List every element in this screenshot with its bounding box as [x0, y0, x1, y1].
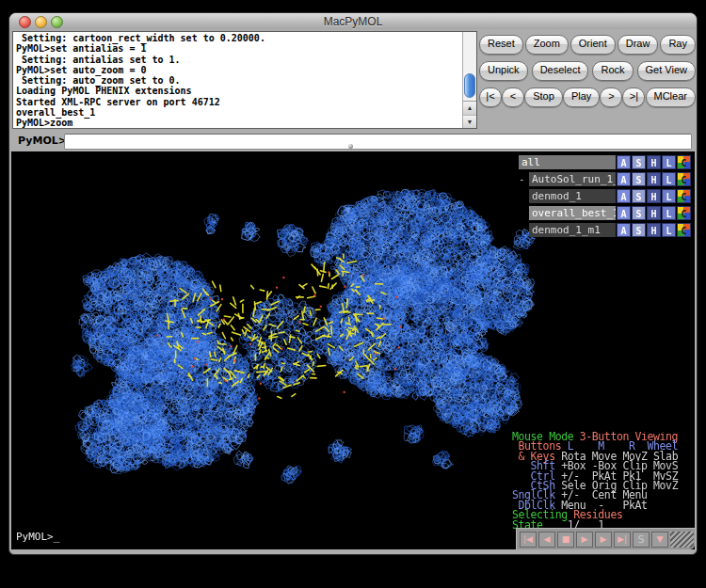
upper-panel: Setting: cartoon_rect_width set to 0.200…: [9, 29, 697, 151]
getview-button[interactable]: Get View: [637, 61, 696, 81]
l-menu-button[interactable]: L: [662, 155, 676, 169]
scrollbar-thumb[interactable]: [464, 73, 475, 98]
title-bar[interactable]: MacPyMOL: [9, 13, 697, 30]
resize-grip[interactable]: [670, 532, 694, 548]
mouse-mode-panel[interactable]: Mouse Mode 3-Button Viewing Buttons L M …: [512, 432, 691, 530]
console-line: Loading PyMOL PHENIX extensions: [16, 86, 473, 96]
a-menu-button[interactable]: A: [617, 206, 631, 220]
s-menu-button[interactable]: S: [632, 155, 646, 169]
object-name-overall_best_1[interactable]: overall_best_1: [529, 206, 616, 220]
object-row-denmod_1_m1: denmod_1_m1ASHLC: [519, 222, 691, 238]
object-row-overall_best_1: overall_best_1ASHLC: [519, 205, 691, 221]
prompt-label: PyMOL>: [18, 135, 67, 147]
nav-button[interactable]: >|: [622, 87, 645, 107]
object-name-all[interactable]: all: [519, 155, 616, 169]
object-row-denmod_1: denmod_1ASHLC: [519, 188, 691, 204]
a-menu-button[interactable]: A: [617, 223, 631, 237]
stop-button[interactable]: Stop: [524, 87, 563, 107]
unpick-button[interactable]: Unpick: [479, 61, 528, 81]
s-menu-button[interactable]: S: [632, 206, 646, 220]
scene-button[interactable]: S: [633, 532, 650, 548]
object-name-denmod_1_m1[interactable]: denmod_1_m1: [529, 223, 616, 237]
a-menu-button[interactable]: A: [617, 189, 631, 203]
console-line: Setting: auto_zoom set to 0.: [16, 75, 473, 86]
mclear-button[interactable]: MClear: [646, 87, 696, 107]
ray-button[interactable]: Ray: [660, 35, 696, 55]
console-line: Setting: antialias set to 1.: [16, 55, 473, 65]
orient-button[interactable]: Orient: [570, 35, 616, 55]
play-button[interactable]: Play: [563, 87, 600, 107]
h-menu-button[interactable]: H: [647, 189, 661, 203]
object-name-denmod_1[interactable]: denmod_1: [529, 189, 616, 203]
skip-end-button[interactable]: ▶|: [614, 532, 631, 548]
h-menu-button[interactable]: H: [647, 206, 661, 220]
rock-button[interactable]: Rock: [592, 61, 633, 81]
draw-button[interactable]: Draw: [618, 35, 659, 55]
viewport-prompt: PyMOL>_: [16, 531, 59, 543]
nav-button[interactable]: |<: [479, 87, 502, 107]
macpymol-window: MacPyMOL Setting: cartoon_rect_width set…: [8, 12, 698, 555]
play-button[interactable]: ▶: [576, 532, 593, 548]
l-menu-button[interactable]: L: [662, 189, 676, 203]
menu-down-button[interactable]: ▼: [651, 532, 668, 548]
s-menu-button[interactable]: S: [632, 172, 646, 186]
movie-control-bar: |◀◀■▶▶▶|S▼: [516, 528, 695, 549]
object-row-all: allASHLC: [519, 154, 691, 170]
window-title: MacPyMOL: [9, 15, 697, 28]
console-text: Setting: cartoon_rect_width set to 0.200…: [13, 32, 476, 129]
l-menu-button[interactable]: L: [662, 223, 676, 237]
console-scrollbar[interactable]: ▲ ▼: [462, 32, 476, 128]
c-menu-button[interactable]: C: [677, 189, 691, 203]
command-input[interactable]: [64, 134, 692, 150]
h-menu-button[interactable]: H: [647, 155, 661, 169]
step-back-button[interactable]: ◀: [538, 532, 555, 548]
expand-collapse-icon[interactable]: -: [519, 173, 529, 185]
h-menu-button[interactable]: H: [647, 223, 661, 237]
console-line: Setting: cartoon_rect_width set to 0.200…: [16, 33, 473, 43]
scroll-up-icon[interactable]: ▲: [463, 102, 476, 116]
c-menu-button[interactable]: C: [677, 155, 691, 169]
scroll-down-icon[interactable]: ▼: [463, 116, 476, 129]
deselect-button[interactable]: Deselect: [532, 61, 589, 81]
nav-button[interactable]: >: [600, 87, 622, 107]
c-menu-button[interactable]: C: [677, 223, 691, 237]
h-menu-button[interactable]: H: [647, 172, 661, 186]
stop-button[interactable]: ■: [557, 532, 574, 548]
splitter-handle[interactable]: [348, 144, 353, 149]
object-panel: allASHLC-AutoSol_run_1_ASHLCdenmod_1ASHL…: [519, 154, 691, 239]
skip-start-button[interactable]: |◀: [520, 532, 537, 548]
console-log: Setting: cartoon_rect_width set to 0.200…: [12, 31, 477, 129]
c-menu-button[interactable]: C: [677, 206, 691, 220]
step-forward-button[interactable]: ▶: [595, 532, 612, 548]
object-name-AutoSol_run_1_[interactable]: AutoSol_run_1_: [529, 172, 616, 186]
console-line: PyMOL>set auto_zoom = 0: [16, 65, 473, 75]
s-menu-button[interactable]: S: [632, 223, 646, 237]
nav-button[interactable]: <: [502, 87, 524, 107]
command-row: PyMOL>: [9, 133, 697, 151]
a-menu-button[interactable]: A: [617, 155, 631, 169]
console-line: PyMOL>zoom: [16, 118, 473, 128]
reset-button[interactable]: Reset: [479, 35, 523, 55]
s-menu-button[interactable]: S: [632, 189, 646, 203]
console-line: Started XML-RPC server on port 46712: [16, 97, 473, 107]
control-button-panel: ResetZoomOrientDrawRay UnpickDeselectRoc…: [479, 31, 696, 131]
console-line: overall_best_1: [16, 107, 473, 118]
viewport-area: PyMOL>_ allASHLC-AutoSol_run_1_ASHLCdenm…: [11, 151, 695, 549]
c-menu-button[interactable]: C: [677, 172, 691, 186]
object-row-AutoSol_run_1_: -AutoSol_run_1_ASHLC: [519, 171, 691, 187]
l-menu-button[interactable]: L: [662, 172, 676, 186]
zoom-button[interactable]: Zoom: [525, 35, 569, 55]
l-menu-button[interactable]: L: [662, 206, 676, 220]
console-line: PyMOL>set antialias = 1: [16, 43, 473, 54]
a-menu-button[interactable]: A: [617, 172, 631, 186]
